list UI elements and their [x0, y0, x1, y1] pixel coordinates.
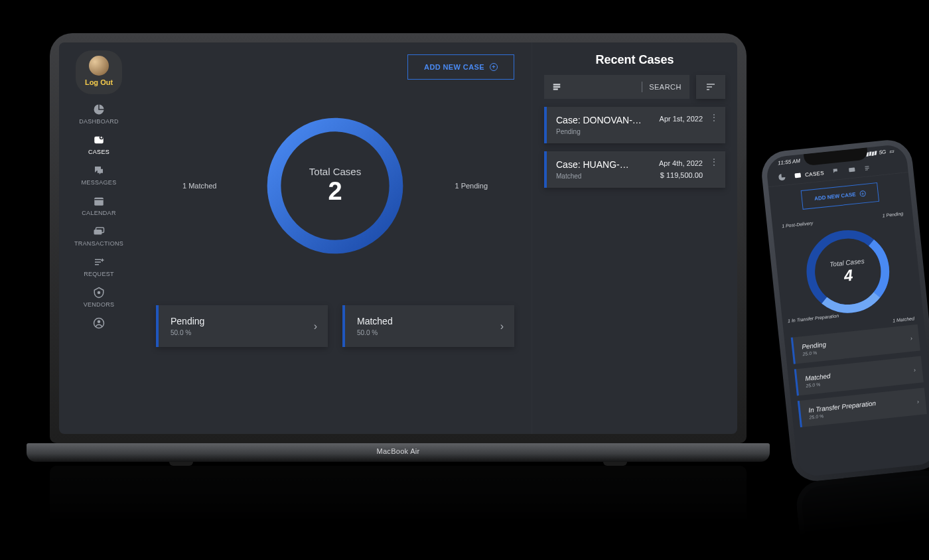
- chart-label-pending: 1 Pending: [882, 211, 903, 218]
- chart-label-pending: 1 Pending: [455, 182, 488, 190]
- more-icon[interactable]: ⋮: [709, 161, 719, 163]
- phone-screen: 11:55 AM ▮▮▮▮ 5G ▭ CASES ADD NEW CASE: [765, 143, 929, 478]
- request-icon: [93, 256, 105, 268]
- tab-card[interactable]: [847, 165, 856, 174]
- recent-title: Recent Cases: [544, 53, 725, 67]
- phone-mockup: 11:55 AM ▮▮▮▮ 5G ▭ CASES ADD NEW CASE: [759, 137, 929, 483]
- status-card-matched[interactable]: Matched 50.0 % ›: [342, 305, 514, 347]
- search-box[interactable]: SEARCH: [544, 75, 689, 99]
- sidebar-item-label: VENDORS: [84, 301, 115, 308]
- chat-icon: [831, 167, 840, 176]
- plus-icon: +: [490, 63, 498, 71]
- sidebar-item-label: TRANSACTIONS: [74, 240, 123, 247]
- svg-rect-16: [849, 167, 855, 172]
- filter-icon: [552, 82, 561, 92]
- network-label: 5G: [879, 149, 887, 155]
- vendors-icon: [93, 287, 105, 299]
- card-title: Pending: [171, 316, 316, 326]
- status-card-transfer[interactable]: In Transfer Preparation 25.0 % ›: [798, 387, 927, 427]
- more-icon[interactable]: ⋮: [709, 116, 719, 119]
- tab-label: CASES: [805, 170, 824, 178]
- laptop-screen: Log Out DASHBOARD CASES MESSAGES: [59, 42, 737, 434]
- button-label: ADD NEW CASE: [424, 63, 484, 71]
- case-date: Apr 1st, 2022: [660, 115, 703, 123]
- cases-donut-chart: Total Cases 2 1 Matched 1 Pending: [156, 86, 514, 285]
- laptop-mockup: Log Out DASHBOARD CASES MESSAGES: [50, 33, 747, 466]
- case-date: Apr 4th, 2022: [659, 159, 703, 167]
- sidebar-item-messages[interactable]: MESSAGES: [82, 165, 117, 186]
- sidebar-item-dashboard[interactable]: DASHBOARD: [79, 104, 119, 125]
- sidebar: Log Out DASHBOARD CASES MESSAGES: [59, 42, 139, 434]
- pie-chart-icon: [778, 173, 786, 181]
- tab-request[interactable]: [863, 164, 872, 173]
- card-icon: [847, 165, 856, 174]
- phone-frame: 11:55 AM ▮▮▮▮ 5G ▭ CASES ADD NEW CASE: [759, 137, 929, 483]
- card-percent: 50.0 %: [357, 329, 502, 336]
- chevron-right-icon: ›: [913, 366, 916, 373]
- svg-point-5: [98, 291, 101, 295]
- cases-icon: [794, 171, 802, 180]
- card-title: Matched: [357, 316, 502, 326]
- sidebar-item-vendors[interactable]: VENDORS: [84, 287, 115, 308]
- sidebar-item-request[interactable]: REQUEST: [84, 256, 114, 277]
- user-icon: [93, 317, 105, 329]
- svg-rect-12: [707, 84, 715, 84]
- chart-total-value: 2: [328, 177, 342, 206]
- chevron-right-icon: ›: [500, 320, 504, 332]
- add-new-case-button[interactable]: ADD NEW CASE +: [801, 182, 879, 210]
- sidebar-item-label: CASES: [88, 149, 109, 155]
- tab-dashboard[interactable]: [778, 173, 786, 181]
- cases-icon: [93, 134, 105, 146]
- chart-total-value: 4: [830, 264, 867, 286]
- sidebar-item-label: CALENDAR: [82, 210, 115, 216]
- svg-rect-14: [707, 89, 709, 90]
- divider: [642, 82, 642, 92]
- sidebar-item-label: MESSAGES: [82, 179, 117, 186]
- battery-icon: ▭: [889, 148, 894, 155]
- case-amount: $ 119,500.00: [660, 171, 703, 179]
- tab-messages[interactable]: [831, 167, 840, 176]
- cases-donut-chart: Total Cases 4 1 Post-Delivery 1 Pending …: [777, 206, 919, 338]
- user-chip[interactable]: Log Out: [76, 50, 122, 94]
- search-label: SEARCH: [649, 83, 681, 91]
- calendar-icon: [93, 195, 105, 207]
- transactions-icon: [93, 226, 105, 238]
- sidebar-item-calendar[interactable]: CALENDAR: [82, 195, 115, 216]
- svg-rect-10: [553, 86, 561, 88]
- plus-icon: +: [859, 190, 866, 197]
- avatar-icon: [89, 56, 109, 76]
- case-card[interactable]: Case: DONOVAN-… Pending Apr 1st, 2022 ⋮: [544, 107, 725, 143]
- case-status: Pending: [556, 128, 716, 135]
- chart-label-matched: 1 Matched: [182, 182, 216, 190]
- status-card-pending[interactable]: Pending 50.0 % ›: [156, 305, 328, 347]
- card-percent: 50.0 %: [171, 329, 316, 336]
- sort-button[interactable]: [696, 75, 725, 99]
- sidebar-item-transactions[interactable]: TRANSACTIONS: [74, 226, 123, 247]
- button-label: ADD NEW CASE: [814, 191, 856, 202]
- laptop-deck: MacBook Air: [27, 443, 770, 462]
- svg-rect-15: [794, 173, 801, 178]
- sidebar-item-label: REQUEST: [84, 271, 114, 277]
- tab-cases[interactable]: CASES: [794, 169, 825, 180]
- svg-rect-2: [94, 198, 104, 206]
- sort-icon: [705, 82, 716, 92]
- laptop-brand-label: MacBook Air: [27, 443, 770, 455]
- svg-rect-9: [553, 84, 561, 85]
- sidebar-item-label: DASHBOARD: [79, 118, 119, 125]
- sidebar-item-cases[interactable]: CASES: [88, 134, 109, 155]
- chat-icon: [93, 165, 105, 176]
- add-new-case-button[interactable]: ADD NEW CASE +: [407, 54, 514, 80]
- chart-label-matched: 1 Matched: [893, 316, 914, 322]
- svg-point-7: [98, 320, 101, 324]
- request-icon: [863, 164, 872, 173]
- chart-label-postdelivery: 1 Post-Delivery: [782, 220, 814, 228]
- chevron-right-icon: ›: [916, 398, 919, 405]
- sidebar-item-profile[interactable]: [93, 317, 105, 329]
- logout-button[interactable]: Log Out: [85, 78, 113, 86]
- chart-title: Total Cases: [309, 166, 361, 177]
- laptop-frame: Log Out DASHBOARD CASES MESSAGES: [50, 33, 747, 443]
- chevron-right-icon: ›: [314, 320, 317, 332]
- svg-rect-13: [707, 86, 712, 87]
- case-card[interactable]: Case: HUANG-… Matched Apr 4th, 2022 $ 11…: [544, 151, 725, 188]
- main-content: ADD NEW CASE + Total Cases 2: [139, 42, 532, 434]
